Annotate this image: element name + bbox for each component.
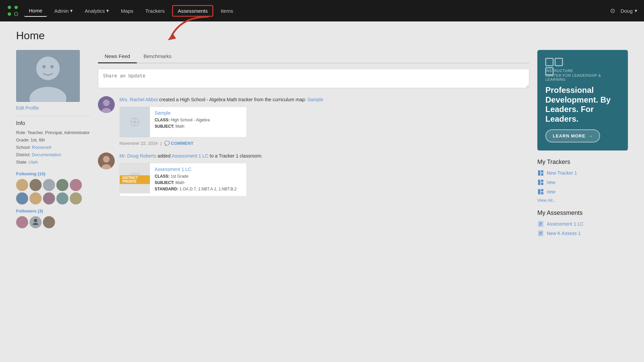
help-icon[interactable]: ⊙ <box>610 7 615 14</box>
feed-link[interactable]: Assessment 1 LC <box>172 153 209 159</box>
district-link[interactable]: Documentation <box>32 152 61 157</box>
tracker-icon <box>537 188 544 195</box>
tab-news-feed[interactable]: News Feed <box>98 50 137 63</box>
following-title[interactable]: Following (10) <box>16 171 90 176</box>
follower-avatar[interactable] <box>43 179 55 191</box>
svg-point-0 <box>8 6 11 9</box>
feed-timestamp: November 22, 2024 | 💬 COMMENT <box>119 141 529 146</box>
svg-point-18 <box>103 156 110 163</box>
assessment-item[interactable]: Assessment 1 LC <box>537 221 628 227</box>
follower-avatar[interactable] <box>30 192 42 204</box>
nav-maps[interactable]: Maps <box>116 5 138 16</box>
feed-author[interactable]: Mrs. Rachel Abbot <box>119 97 158 102</box>
nav-assessments[interactable]: Assessments <box>172 5 213 17</box>
following-avatars <box>16 179 90 204</box>
page-title: Home <box>16 29 628 42</box>
profile-avatar <box>16 50 80 102</box>
comment-button[interactable]: 💬 COMMENT <box>164 141 194 146</box>
follower-avatar[interactable] <box>30 216 42 228</box>
card-meta: CLASS: High School - Algebra SUBJECT: Ma… <box>155 117 210 130</box>
tracker-icon <box>537 170 544 176</box>
svg-point-16 <box>134 121 136 123</box>
feed-content: Mr. Doug Roberts added Assessment 1 LC t… <box>119 153 529 200</box>
follower-avatar[interactable] <box>16 216 28 228</box>
tracker-name: New Tracker 1 <box>547 170 577 176</box>
user-name: Doug <box>621 8 633 14</box>
card-info: Assessment 1 LC CLASS: 1st Grade SUBJECT… <box>150 163 241 196</box>
standards-link[interactable]: 1.OA.D.7, 1.NBT.A.1, 1.NBT.B.2 <box>179 187 237 191</box>
promo-subtitle: Center for Leadership & Learning <box>545 73 620 81</box>
card-thumbnail: DISTRICT PRIVATE <box>120 163 150 193</box>
follower-avatar[interactable] <box>56 179 68 191</box>
promo-card: Instructure Center for Leadership & Lear… <box>537 50 628 150</box>
svg-rect-36 <box>538 189 540 194</box>
district-badge: DISTRICT PRIVATE <box>120 175 150 184</box>
followers-title[interactable]: Followers (3) <box>16 208 90 214</box>
follower-avatar[interactable] <box>30 179 42 191</box>
svg-point-2 <box>8 12 11 16</box>
follower-avatar[interactable] <box>43 192 55 204</box>
card-thumbnail <box>120 107 150 137</box>
feed-item: Mrs. Rachel Abbot created a High School … <box>98 96 529 146</box>
follower-avatar[interactable] <box>16 179 28 191</box>
follower-avatar[interactable] <box>70 179 82 191</box>
assessment-icon <box>537 221 544 227</box>
svg-rect-38 <box>541 192 543 194</box>
svg-rect-35 <box>541 183 543 185</box>
tracker-item[interactable]: new <box>537 188 628 195</box>
feed-avatar <box>98 153 115 169</box>
nav-analytics[interactable]: Analytics ▾ <box>80 5 114 16</box>
edit-profile-link[interactable]: Edit Profile <box>16 105 90 111</box>
sidebar-right: Instructure Center for Leadership & Lear… <box>537 50 628 239</box>
follower-avatar[interactable] <box>43 216 55 228</box>
state-link[interactable]: Utah <box>29 160 38 165</box>
tracker-item[interactable]: New Tracker 1 <box>537 170 628 176</box>
info-section: Info Role: Teacher, Principal, Administr… <box>16 116 90 166</box>
nav-admin[interactable]: Admin ▾ <box>50 5 77 16</box>
tab-benchmarks[interactable]: Benchmarks <box>137 50 178 63</box>
assessment-card: DISTRICT PRIVATE Assessment 1 LC CLASS: … <box>119 163 247 196</box>
school-link[interactable]: Roosevelt <box>32 145 51 150</box>
share-input[interactable] <box>98 69 529 88</box>
promo-org: Instructure <box>545 69 620 73</box>
feed-item: Mr. Doug Roberts added Assessment 1 LC t… <box>98 153 529 200</box>
card-title[interactable]: Assessment 1 LC <box>155 167 237 172</box>
followers-avatars <box>16 216 90 228</box>
navbar: Home Admin ▾ Analytics ▾ Maps Trackers A… <box>0 0 644 21</box>
following-section: Following (10) <box>16 171 90 204</box>
feed-tabs: News Feed Benchmarks <box>98 50 529 63</box>
nav-trackers[interactable]: Trackers <box>141 5 169 16</box>
feed-author[interactable]: Mr. Doug Roberts <box>119 153 156 159</box>
svg-rect-37 <box>541 189 543 191</box>
assessments-title: My Assessments <box>537 209 628 217</box>
feed-content: Mrs. Rachel Abbot created a High School … <box>119 96 529 146</box>
nav-right: ⊙ Doug ▾ <box>610 7 637 14</box>
nav-items[interactable]: Items <box>216 5 238 16</box>
user-menu[interactable]: Doug ▾ <box>621 8 637 14</box>
main-feed: News Feed Benchmarks <box>98 50 529 239</box>
tracker-icon <box>537 179 544 186</box>
follower-avatar[interactable] <box>16 192 28 204</box>
svg-point-8 <box>42 65 46 68</box>
view-all-trackers[interactable]: View All... <box>537 198 628 203</box>
card-info: Sample CLASS: High School - Algebra SUBJ… <box>150 107 214 137</box>
assessment-name: Assessment 1 LC <box>547 221 584 227</box>
sidebar-left: Edit Profile Info Role: Teacher, Princip… <box>16 50 90 239</box>
svg-point-6 <box>36 57 60 80</box>
svg-point-3 <box>14 12 18 16</box>
assessment-item[interactable]: New K Assess 1 <box>537 230 628 237</box>
follower-avatar[interactable] <box>70 192 82 204</box>
logo[interactable] <box>7 5 19 17</box>
feed-link[interactable]: Sample <box>307 97 323 102</box>
card-title[interactable]: Sample <box>155 110 210 116</box>
tracker-item[interactable]: new <box>537 179 628 186</box>
nav-home[interactable]: Home <box>24 5 47 17</box>
svg-rect-31 <box>541 170 543 173</box>
role-text: Role: Teacher, Principal, Administrator … <box>16 129 90 166</box>
svg-rect-32 <box>541 173 543 176</box>
assessment-name: New K Assess 1 <box>547 231 581 236</box>
follower-avatar[interactable] <box>56 192 68 204</box>
svg-rect-34 <box>541 180 543 182</box>
svg-rect-27 <box>546 58 553 66</box>
promo-cta-button[interactable]: LEARN MORE → <box>545 129 600 142</box>
